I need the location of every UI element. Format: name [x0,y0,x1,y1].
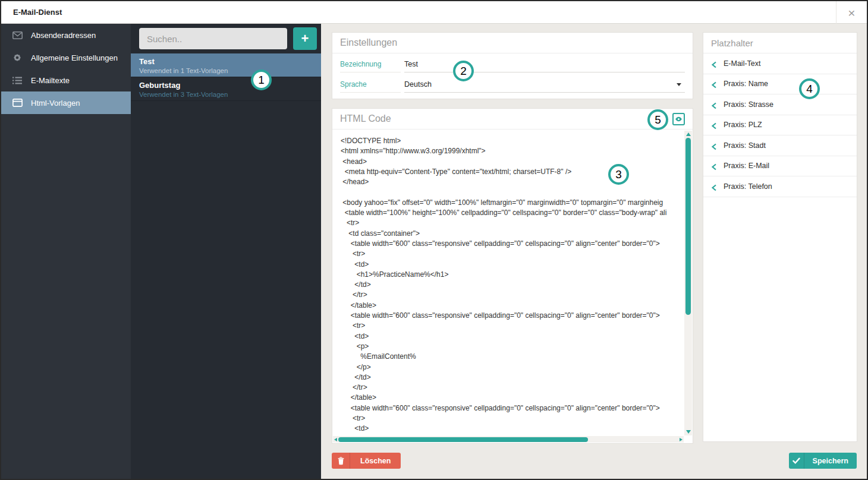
placeholder-item-praxis-telefon[interactable]: Praxis: Telefon [703,176,857,197]
code-text[interactable]: <!DOCTYPE html> <html xmlns="http://www.… [332,130,693,443]
sidebar-item-html-vorlagen[interactable]: Html-Vorlagen [1,91,131,114]
chevron-left-icon [711,183,717,190]
close-icon: × [848,7,855,19]
placeholder-label: Praxis: Telefon [724,182,772,191]
horizontal-scrollbar[interactable] [333,436,684,443]
placeholder-label: Praxis: E-Mail [724,162,769,170]
annotation-circle-4: 4 [799,78,820,99]
chevron-left-icon [711,101,717,108]
bezeichnung-field[interactable]: Test [404,55,685,72]
placeholder-label: Praxis: PLZ [724,121,762,129]
template-title: Geburtstag [139,80,313,90]
scroll-down-arrow-icon[interactable] [686,430,691,434]
email-service-window: E-Mail-Dienst × Absenderadressen Allgeme… [0,0,868,480]
placeholder-label: Praxis: Stadt [724,141,766,150]
placeholder-label: Praxis: Name [724,80,768,88]
list-icon [12,75,23,85]
sidebar-item-label: Html-Vorlagen [31,99,80,108]
trash-icon [332,453,350,469]
save-button[interactable]: Speichern [789,453,857,469]
placeholder-item-praxis-name[interactable]: Praxis: Name [703,74,857,95]
eye-icon [675,116,683,122]
placeholder-label: E-Mail-Text [724,59,761,68]
sidebar-item-label: E-Mailtexte [31,76,70,85]
field-label: Bezeichnung [340,55,401,72]
annotation-circle-1: 1 [251,70,272,90]
field-row-bezeichnung: Bezeichnung Test [332,53,693,74]
template-subtitle: Verwendet in 3 Text-Vorlagen [139,90,313,99]
annotation-circle-2: 2 [453,61,474,81]
template-subtitle: Verwendet in 1 Text-Vorlagen [139,67,313,75]
delete-button[interactable]: Löschen [332,453,401,469]
field-label: Sprache [340,75,401,93]
settings-header: Einstellungen [332,33,693,53]
chevron-left-icon [711,60,717,67]
chevron-left-icon [711,80,717,87]
delete-button-label: Löschen [350,453,401,469]
placeholder-header-title: Platzhalter [711,38,753,48]
sidebar-item-label: Absenderadressen [31,31,96,40]
placeholder-item-praxis-email[interactable]: Praxis: E-Mail [703,156,857,177]
placeholder-label: Praxis: Strasse [724,100,773,109]
sidebar-item-emailtexte[interactable]: E-Mailtexte [1,69,131,91]
template-title: Test [139,56,313,67]
chevron-down-icon [677,83,681,86]
plus-icon: + [301,31,309,46]
envelope-icon [12,30,23,40]
sprache-dropdown[interactable]: Deutsch [404,75,685,93]
vertical-scrollbar[interactable] [684,131,692,435]
placeholder-header: Platzhalter [703,33,857,53]
template-list-item-test[interactable]: Test Verwendet in 1 Text-Vorlagen [131,53,321,77]
placeholder-item-praxis-strasse[interactable]: Praxis: Strasse [703,94,857,115]
close-button[interactable]: × [836,1,867,24]
preview-button[interactable] [672,113,685,125]
horizontal-scroll-thumb[interactable] [338,437,588,442]
scroll-left-arrow-icon[interactable] [334,438,337,441]
sprache-value: Deutsch [404,80,432,89]
annotation-circle-5: 5 [647,109,668,130]
html-code-header: HTML Code [332,109,693,130]
scroll-right-arrow-icon[interactable] [680,438,683,441]
settings-header-title: Einstellungen [340,37,397,48]
scroll-up-arrow-icon[interactable] [686,132,691,136]
chevron-left-icon [711,142,717,149]
gear-icon [12,53,23,62]
window-icon [12,98,23,108]
placeholder-panel: Platzhalter E-Mail-Text Praxis: Name Pra… [703,32,857,442]
settings-panel: Einstellungen Bezeichnung Test Sprache D… [332,32,693,99]
html-code-panel: HTML Code <!DOCTYPE html> <html xmlns="h… [332,108,693,444]
check-icon [789,453,804,469]
titlebar: E-Mail-Dienst × [1,1,867,24]
html-code-header-title: HTML Code [340,113,391,124]
code-editor: <!DOCTYPE html> <html xmlns="http://www.… [332,130,693,443]
vertical-scroll-thumb[interactable] [685,138,691,315]
sidebar-item-label: Allgemeine Einstellungen [31,53,118,62]
field-row-sprache: Sprache Deutsch [332,74,693,94]
chevron-left-icon [711,162,717,169]
save-button-label: Speichern [804,453,857,469]
placeholder-item-praxis-stadt[interactable]: Praxis: Stadt [703,135,857,156]
chevron-left-icon [711,121,717,128]
sidebar-item-allgemeine-einstellungen[interactable]: Allgemeine Einstellungen [1,46,131,69]
window-title: E-Mail-Dienst [13,8,62,17]
sidebar-nav: Absenderadressen Allgemeine Einstellunge… [1,24,131,479]
placeholder-item-praxis-plz[interactable]: Praxis: PLZ [703,115,857,136]
annotation-circle-3: 3 [608,164,629,185]
search-input[interactable] [139,28,287,49]
template-list-item-geburtstag[interactable]: Geburtstag Verwendet in 3 Text-Vorlagen [131,77,321,101]
sidebar-item-absenderadressen[interactable]: Absenderadressen [1,24,131,46]
add-template-button[interactable]: + [293,27,317,50]
template-list-panel: + Test Verwendet in 1 Text-Vorlagen Gebu… [131,24,321,479]
search-row: + [131,24,321,53]
placeholder-item-email-text[interactable]: E-Mail-Text [703,53,857,74]
